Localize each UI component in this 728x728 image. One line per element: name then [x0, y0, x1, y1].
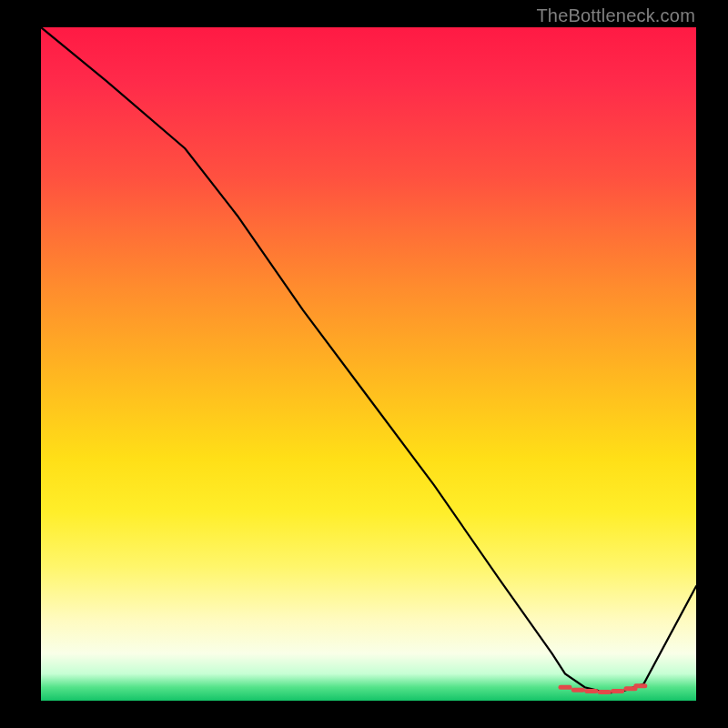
chart-frame: TheBottleneck.com	[0, 0, 728, 728]
watermark-text: TheBottleneck.com	[536, 5, 695, 26]
chart-svg	[41, 27, 696, 701]
series-curve	[41, 27, 696, 693]
flat-marker-connector	[565, 686, 641, 693]
flat-region-markers	[561, 686, 645, 693]
plot-area	[41, 27, 696, 701]
